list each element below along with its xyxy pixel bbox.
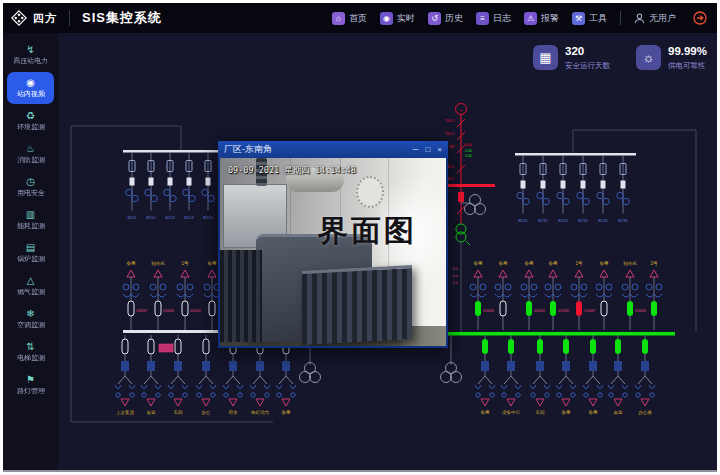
sifang-logo-icon bbox=[11, 10, 27, 26]
gas-icon: △ bbox=[27, 276, 35, 286]
sidebar-item-elevator[interactable]: ⇅电梯监测 bbox=[7, 336, 54, 368]
sidebar-item-energy[interactable]: ▥能耗监测 bbox=[7, 204, 54, 236]
svg-text:备用: 备用 bbox=[127, 261, 136, 266]
sidebar-item-gas[interactable]: △燃气监测 bbox=[7, 270, 54, 302]
svg-text:B212: B212 bbox=[146, 215, 156, 220]
svg-text:食堂: 食堂 bbox=[614, 410, 624, 415]
sidebar-item-hv-power[interactable]: ↯高压站电力 bbox=[7, 39, 54, 71]
user-menu[interactable]: 无用户 bbox=[634, 12, 676, 25]
header-bar: 四方 SIS集控系统 ⌂首页◉实时↺历史≡日志⚠报警⚒工具 无用户 bbox=[3, 3, 717, 33]
svg-text:630kW: 630kW bbox=[483, 309, 495, 313]
nav-item-log[interactable]: ≡日志 bbox=[476, 12, 511, 25]
sidebar-item-label: 站内视频 bbox=[17, 89, 45, 98]
sidebar-item-fire[interactable]: ♨消防监测 bbox=[7, 138, 54, 170]
nav-item-label: 首页 bbox=[349, 12, 367, 25]
svg-text:250kW: 250kW bbox=[584, 309, 596, 313]
reliability-value: 99.99% bbox=[668, 45, 707, 58]
sidebar-item-label: 能耗监测 bbox=[17, 221, 45, 230]
svg-text:1号: 1号 bbox=[575, 261, 583, 266]
svg-text:办公楼: 办公楼 bbox=[638, 410, 652, 415]
stats-panel: ▦ 320 安全运行天数 ☼ 99.99% 供电可靠性 bbox=[533, 45, 707, 71]
svg-text:B214: B214 bbox=[184, 215, 194, 220]
svg-text:备用: 备用 bbox=[525, 261, 534, 266]
nav-item-label: 实时 bbox=[397, 12, 415, 25]
svg-text:110-1: 110-1 bbox=[445, 119, 454, 123]
svg-text:上水泵房: 上水泵房 bbox=[116, 410, 135, 415]
app-window: 四方 SIS集控系统 ⌂首页◉实时↺历史≡日志⚠报警⚒工具 无用户 bbox=[3, 3, 717, 472]
svg-text:B232: B232 bbox=[538, 218, 548, 223]
nav-item-alarm[interactable]: ⚠报警 bbox=[524, 12, 559, 25]
svg-text:备用: 备用 bbox=[474, 261, 483, 266]
svg-text:车间: 车间 bbox=[174, 410, 184, 416]
reliability-label: 供电可靠性 bbox=[668, 61, 707, 71]
sidebar-item-label: 电梯监测 bbox=[17, 353, 45, 362]
svg-text:备用: 备用 bbox=[282, 410, 291, 415]
video-timestamp: 09-09 2021 星期四 14:14:48 bbox=[228, 165, 356, 177]
video-popup-titlebar[interactable]: 厂区-东南角 ─ □ × bbox=[218, 141, 448, 158]
window-controls: ─ □ × bbox=[413, 146, 442, 154]
brand: 四方 SIS集控系统 bbox=[3, 9, 162, 27]
sidebar-item-video[interactable]: ◉站内视频 bbox=[7, 72, 54, 104]
svg-text:备用: 备用 bbox=[499, 261, 508, 266]
nav-item-label: 报警 bbox=[541, 12, 559, 25]
svg-text:~: ~ bbox=[459, 107, 463, 113]
svg-text:0.0: 0.0 bbox=[453, 267, 458, 271]
sidebar-item-label: 用电安全 bbox=[17, 188, 45, 197]
sidebar-item-streetlight[interactable]: ⚑路灯管理 bbox=[7, 369, 54, 401]
sidebar-item-label: 空调监测 bbox=[17, 320, 45, 329]
safe-days-value: 320 bbox=[565, 45, 610, 58]
svg-text:1M: 1M bbox=[449, 145, 454, 149]
svg-text:2号: 2号 bbox=[650, 261, 658, 266]
sidebar-item-label: 燃气监测 bbox=[17, 287, 45, 296]
svg-text:0.00: 0.00 bbox=[465, 143, 472, 147]
svg-text:315kW: 315kW bbox=[558, 309, 570, 313]
env-icon: ♻ bbox=[26, 111, 35, 121]
svg-text:制冷机: 制冷机 bbox=[151, 261, 165, 266]
nav-item-tools[interactable]: ⚒工具 bbox=[572, 12, 607, 25]
safe-days-card: ▦ 320 安全运行天数 bbox=[533, 45, 610, 71]
svg-text:0.0: 0.0 bbox=[453, 274, 458, 278]
top-nav: ⌂首页◉实时↺历史≡日志⚠报警⚒工具 无用户 bbox=[332, 11, 717, 25]
nav-item-label: 历史 bbox=[445, 12, 463, 25]
svg-text:B234: B234 bbox=[578, 218, 588, 223]
sidebar-item-boiler[interactable]: ▤锅炉监测 bbox=[7, 237, 54, 269]
reliability-card: ☼ 99.99% 供电可靠性 bbox=[636, 45, 707, 71]
streetlight-icon: ⚑ bbox=[26, 375, 35, 385]
minimize-button[interactable]: ─ bbox=[413, 146, 419, 154]
energy-icon: ▥ bbox=[26, 210, 35, 220]
logo-text: 四方 bbox=[33, 11, 57, 26]
nav-item-home[interactable]: ⌂首页 bbox=[332, 12, 367, 25]
video-icon: ◉ bbox=[26, 78, 35, 88]
maximize-button[interactable]: □ bbox=[425, 146, 430, 154]
logout-icon[interactable] bbox=[693, 11, 707, 25]
sidebar-item-env[interactable]: ♻环境监测 bbox=[7, 105, 54, 137]
camera-feed: 09-09 2021 星期四 14:14:48 bbox=[218, 158, 448, 348]
nav-item-label: 日志 bbox=[493, 12, 511, 25]
sidebar-item-power-safety[interactable]: ◷用电安全 bbox=[7, 171, 54, 203]
svg-text:400kW: 400kW bbox=[534, 309, 546, 313]
hv-power-icon: ↯ bbox=[26, 45, 34, 55]
svg-text:备用: 备用 bbox=[589, 410, 598, 415]
close-button[interactable]: × bbox=[437, 146, 442, 154]
boiler-icon: ▤ bbox=[26, 243, 35, 253]
log-icon: ≡ bbox=[476, 12, 489, 25]
nav-item-realtime[interactable]: ◉实时 bbox=[380, 12, 415, 25]
bulb-icon: ☼ bbox=[636, 45, 661, 70]
video-popup-title: 厂区-东南角 bbox=[224, 143, 272, 156]
svg-text:0.00: 0.00 bbox=[465, 154, 472, 158]
svg-text:设备中心: 设备中心 bbox=[502, 409, 521, 415]
app-title: SIS集控系统 bbox=[82, 9, 162, 27]
svg-text:备用: 备用 bbox=[208, 261, 217, 266]
svg-text:400kW: 400kW bbox=[190, 309, 202, 313]
svg-text:B211: B211 bbox=[127, 215, 137, 220]
tools-icon: ⚒ bbox=[572, 12, 585, 25]
realtime-icon: ◉ bbox=[380, 12, 393, 25]
user-icon bbox=[634, 13, 645, 24]
svg-text:B215: B215 bbox=[203, 215, 213, 220]
svg-text:B236: B236 bbox=[618, 218, 628, 223]
nav-item-history[interactable]: ↺历史 bbox=[428, 12, 463, 25]
sidebar-item-hvac[interactable]: ❄空调监测 bbox=[7, 303, 54, 335]
alarm-icon: ⚠ bbox=[524, 12, 537, 25]
main-area: B211B212B213B214B215B216B217B218B231B232… bbox=[58, 33, 717, 470]
user-label: 无用户 bbox=[649, 12, 676, 25]
